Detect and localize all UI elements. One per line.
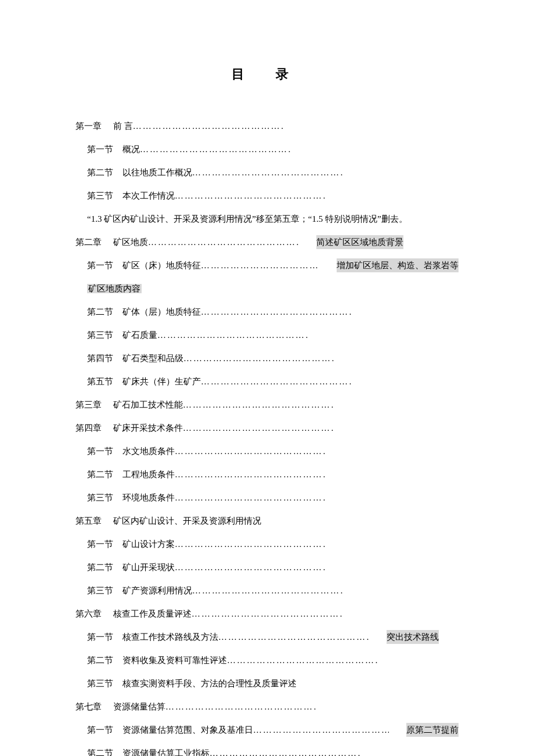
toc-section: 第四节矿石类型和品级 [75,351,459,365]
leader-dots [165,700,316,714]
entry-number: 第三节 [87,676,113,690]
entry-number: 第三章 [75,398,102,412]
leader-dots [157,328,308,342]
entry-number: 第一节 [87,630,113,644]
entry-label: 矿石加工技术性能 [113,398,183,412]
entry-number: 第一章 [75,119,102,133]
toc-section: 第一节矿山设计方案 [75,537,459,551]
toc-section: 第三节本次工作情况 [75,189,459,203]
entry-label: 工程地质条件 [122,467,175,481]
toc-section: 第三节环境地质条件 [75,491,459,505]
entry-label: 资料收集及资料可靠性评述 [122,653,227,667]
entry-label: 矿石质量 [122,328,157,342]
table-of-contents: 第一章前 言第一节概况第二节以往地质工作概况第三节本次工作情况“1.3 矿区内矿… [75,119,459,756]
toc-section: 第三节核查实测资料手段、方法的合理性及质量评述 [75,676,459,690]
toc-section: 第一节资源储量估算范围、对象及基准日原第二节提前 [75,723,459,737]
leader-dots [227,653,378,667]
annotation: 突出技术路线 [387,630,439,644]
toc-section: 第二节以往地质工作概况 [75,165,459,179]
toc-section: 第五节矿床共（伴）生矿产 [75,375,459,388]
toc-chapter: 第一章前 言 [75,119,459,133]
toc-section: 第二节资料收集及资料可靠性评述 [75,653,459,667]
leader-dots [218,630,369,644]
entry-number: 第二节 [87,746,113,756]
entry-number: 第一节 [87,723,113,737]
entry-label: 资源储量估算范围、对象及基准日 [122,723,253,737]
entry-label: 核查工作及质量评述 [113,607,192,621]
leader-dots [175,491,326,505]
leader-dots [192,607,342,621]
entry-label: 矿床共（伴）生矿产 [122,375,201,388]
entry-label: 矿体（层）地质特征 [122,305,201,319]
entry-label: 核查实测资料手段、方法的合理性及质量评述 [122,676,297,690]
note-text: “1.3 矿区内矿山设计、开采及资源利用情况”移至第五章；“1.5 特别说明情况… [87,212,407,226]
toc-chapter: 第五章矿区内矿山设计、开采及资源利用情况 [75,514,459,528]
entry-number: 第二节 [87,560,113,574]
toc-section: 第一节概况 [75,142,459,156]
entry-number: 第三节 [87,584,113,597]
leader-dots [183,421,334,435]
toc-section: 第一节水文地质条件 [75,444,459,458]
entry-label: 核查工作技术路线及方法 [122,630,218,644]
entry-label: 资源储量估算 [113,700,165,714]
leader-dots [210,746,360,756]
leader-dots [175,560,326,574]
entry-number: 第二节 [87,165,113,179]
entry-number: 第六章 [75,607,102,621]
toc-section: 第三节矿石质量 [75,328,459,342]
leader-dots [175,537,326,551]
toc-section: 第二节工程地质条件 [75,467,459,481]
entry-number: 第三节 [87,328,113,342]
toc-chapter: 第七章资源储量估算 [75,700,459,714]
leader-dots [253,723,389,737]
entry-label: 前 言 [113,119,133,133]
entry-number: 第一节 [87,444,113,458]
leader-dots [201,305,352,319]
toc-section: 第一节矿区（床）地质特征增加矿区地层、构造、岩浆岩等 [75,258,459,272]
entry-label: 矿石类型和品级 [122,351,183,365]
entry-number: 第五节 [87,375,113,388]
toc-section: 第二节矿山开采现状 [75,560,459,574]
annotation: 原第二节提前 [406,723,459,737]
annotation: 简述矿区区域地质背景 [316,235,403,249]
entry-number: 第二节 [87,653,113,667]
toc-section: 第一节核查工作技术路线及方法突出技术路线 [75,630,459,644]
entry-label: 矿产资源利用情况 [122,584,192,597]
entry-number: 第四节 [87,351,113,365]
entry-number: 第一节 [87,537,113,551]
entry-number: 第二章 [75,235,102,249]
toc-note: “1.3 矿区内矿山设计、开采及资源利用情况”移至第五章；“1.5 特别说明情况… [75,212,459,226]
entry-label: 概况 [122,142,140,156]
leader-dots [183,351,334,365]
entry-number: 第五章 [75,514,102,528]
toc-section: 第二节矿体（层）地质特征 [75,305,459,319]
leader-dots [175,444,326,458]
leader-dots [192,165,343,179]
continuation-text: 矿区地质内容 [87,284,142,293]
toc-chapter: 第四章矿床开采技术条件 [75,421,459,435]
entry-number: 第二节 [87,305,113,319]
toc-section: 第三节矿产资源利用情况 [75,584,459,597]
entry-number: 第一节 [87,258,113,272]
annotation: 增加矿区地层、构造、岩浆岩等 [337,258,459,272]
entry-label: 本次工作情况 [122,189,175,203]
leader-dots [140,142,291,156]
leader-dots [175,467,326,481]
entry-number: 第二节 [87,467,113,481]
leader-dots [175,189,326,203]
entry-label: 矿山设计方案 [122,537,175,551]
entry-number: 第四章 [75,421,102,435]
entry-label: 矿区内矿山设计、开采及资源利用情况 [113,514,261,528]
entry-label: 环境地质条件 [122,491,175,505]
entry-label: 矿山开采现状 [122,560,175,574]
leader-dots [201,258,319,272]
toc-section: 第二节资源储量估算工业指标 [75,746,459,756]
entry-label: 矿区（床）地质特征 [122,258,201,272]
entry-number: 第三节 [87,491,113,505]
entry-label: 水文地质条件 [122,444,175,458]
entry-label: 以往地质工作概况 [122,165,192,179]
toc-chapter: 第六章核查工作及质量评述 [75,607,459,621]
entry-number: 第七章 [75,700,102,714]
leader-dots [201,375,352,388]
entry-label: 资源储量估算工业指标 [122,746,210,756]
